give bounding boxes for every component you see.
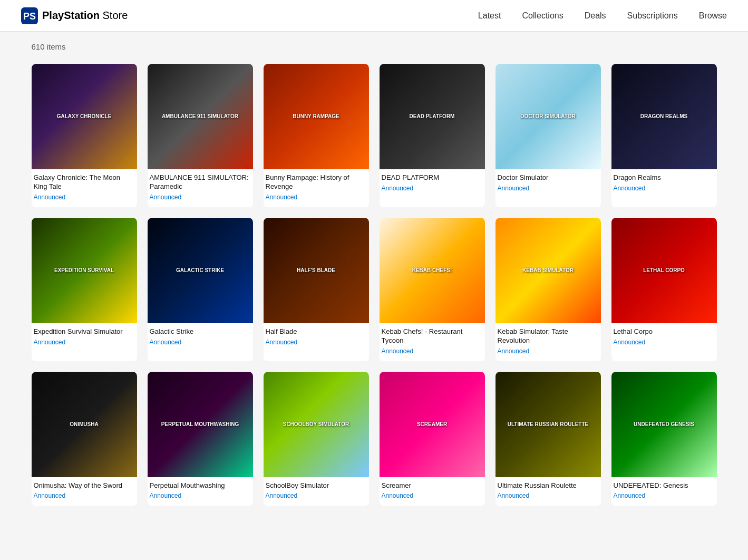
- game-title-dead-platform: DEAD PLATFORM: [382, 173, 483, 182]
- game-thumb-undefeated-genesis: UNDEFEATED GENESIS: [611, 372, 717, 477]
- game-thumb-expedition-survival: EXPEDITION SURVIVAL: [32, 218, 137, 323]
- game-thumb-galactic-strike: GALACTIC STRIKE: [148, 218, 253, 323]
- game-thumb-kebab-simulator: Kebab Simulator: [496, 218, 601, 323]
- nav-link-deals[interactable]: Deals: [585, 11, 606, 20]
- game-title-dragon-realms: Dragon Realms: [614, 173, 715, 182]
- game-card-half-blade[interactable]: HALF'S BLADEHalf BladeAnnounced: [264, 218, 369, 361]
- game-card-ambulance-911[interactable]: AMBULANCE 911 SIMULATORAMBULANCE 911 SIM…: [148, 64, 253, 207]
- game-status-onimusha: Announced: [34, 492, 135, 499]
- game-card-perpetual-mouthwashing[interactable]: PERPETUAL MOUTHWASHINGPerpetual Mouthwas…: [148, 372, 253, 506]
- game-thumb-ambulance-911: AMBULANCE 911 SIMULATOR: [148, 64, 253, 169]
- game-grid: Galaxy ChronicleGalaxy Chronicle: The Mo…: [32, 64, 717, 506]
- game-card-expedition-survival[interactable]: EXPEDITION SURVIVALExpedition Survival S…: [32, 218, 137, 361]
- game-card-kebab-chefs[interactable]: Kebab Chefs!Kebab Chefs! - Restaurant Ty…: [380, 218, 485, 361]
- game-status-expedition-survival: Announced: [34, 339, 135, 346]
- game-status-doctor-simulator: Announced: [498, 185, 599, 192]
- nav-item-browse[interactable]: Browse: [699, 11, 727, 21]
- game-thumb-onimusha: ONIMUSHA: [32, 372, 137, 477]
- game-thumb-dragon-realms: DRAGON REALMS: [611, 64, 717, 169]
- game-thumb-half-blade: HALF'S BLADE: [264, 218, 369, 323]
- main-nav: LatestCollectionsDealsSubscriptionsBrows…: [478, 11, 727, 21]
- game-thumb-bunny-rampage: BUNNY RAMPAGE: [264, 64, 369, 169]
- game-card-doctor-simulator[interactable]: DOCTOR SIMULATORDoctor SimulatorAnnounce…: [496, 64, 601, 207]
- game-status-screamer: Announced: [382, 492, 483, 499]
- game-title-expedition-survival: Expedition Survival Simulator: [34, 327, 135, 336]
- game-status-undefeated-genesis: Announced: [614, 492, 715, 499]
- game-status-half-blade: Announced: [266, 339, 367, 346]
- game-thumb-doctor-simulator: DOCTOR SIMULATOR: [496, 64, 601, 169]
- game-thumb-dead-platform: DEAD PLATFORM: [380, 64, 485, 169]
- game-status-ambulance-911: Announced: [150, 194, 251, 201]
- game-thumb-kebab-chefs: Kebab Chefs!: [380, 218, 485, 323]
- logo-text: PlayStation Store: [42, 9, 128, 22]
- nav-link-latest[interactable]: Latest: [478, 11, 501, 20]
- game-thumb-screamer: SCREAMER: [380, 372, 485, 477]
- game-thumb-schoolboy-simulator: SchoolBoy Simulator: [264, 372, 369, 477]
- nav-item-deals[interactable]: Deals: [585, 11, 606, 21]
- nav-item-subscriptions[interactable]: Subscriptions: [627, 11, 678, 21]
- game-title-screamer: Screamer: [382, 481, 483, 490]
- game-status-galactic-strike: Announced: [150, 339, 251, 346]
- game-card-dead-platform[interactable]: DEAD PLATFORMDEAD PLATFORMAnnounced: [380, 64, 485, 207]
- game-title-galactic-strike: Galactic Strike: [150, 327, 251, 336]
- nav-link-browse[interactable]: Browse: [699, 11, 727, 20]
- nav-item-collections[interactable]: Collections: [522, 11, 563, 21]
- game-status-dead-platform: Announced: [382, 185, 483, 192]
- game-status-kebab-chefs: Announced: [382, 347, 483, 355]
- game-status-bunny-rampage: Announced: [266, 194, 367, 201]
- game-title-schoolboy-simulator: SchoolBoy Simulator: [266, 481, 367, 490]
- game-thumb-lethal-corpo: LETHAL CORPO: [611, 218, 717, 323]
- game-title-lethal-corpo: Lethal Corpo: [614, 327, 715, 336]
- game-status-ultimate-russian-roulette: Announced: [498, 492, 599, 499]
- game-card-lethal-corpo[interactable]: LETHAL CORPOLethal CorpoAnnounced: [611, 218, 717, 361]
- header: PS PlayStation Store LatestCollectionsDe…: [0, 0, 748, 32]
- game-card-undefeated-genesis[interactable]: UNDEFEATED GENESISUNDEFEATED: GenesisAnn…: [611, 372, 717, 506]
- game-card-screamer[interactable]: SCREAMERScreamerAnnounced: [380, 372, 485, 506]
- game-title-perpetual-mouthwashing: Perpetual Mouthwashing: [150, 481, 251, 490]
- nav-link-subscriptions[interactable]: Subscriptions: [627, 11, 678, 20]
- game-thumb-galaxy-chronicle: Galaxy Chronicle: [32, 64, 137, 169]
- main-content: 610 items Galaxy ChronicleGalaxy Chronic…: [11, 32, 738, 527]
- game-card-ultimate-russian-roulette[interactable]: ULTIMATE RUSSIAN ROULETTEUltimate Russia…: [496, 372, 601, 506]
- game-card-dragon-realms[interactable]: DRAGON REALMSDragon RealmsAnnounced: [611, 64, 717, 207]
- game-card-galaxy-chronicle[interactable]: Galaxy ChronicleGalaxy Chronicle: The Mo…: [32, 64, 137, 207]
- game-thumb-perpetual-mouthwashing: PERPETUAL MOUTHWASHING: [148, 372, 253, 477]
- game-status-dragon-realms: Announced: [614, 185, 715, 192]
- game-title-kebab-simulator: Kebab Simulator: Taste Revolution: [498, 327, 599, 345]
- game-title-ambulance-911: AMBULANCE 911 SIMULATOR: Paramedic: [150, 173, 251, 191]
- playstation-logo-icon: PS: [21, 7, 38, 24]
- game-title-doctor-simulator: Doctor Simulator: [498, 173, 599, 182]
- game-card-kebab-simulator[interactable]: Kebab SimulatorKebab Simulator: Taste Re…: [496, 218, 601, 361]
- game-card-onimusha[interactable]: ONIMUSHAOnimusha: Way of the SwordAnnoun…: [32, 372, 137, 506]
- nav-item-latest[interactable]: Latest: [478, 11, 501, 21]
- nav-link-collections[interactable]: Collections: [522, 11, 563, 20]
- game-card-bunny-rampage[interactable]: BUNNY RAMPAGEBunny Rampage: History of R…: [264, 64, 369, 207]
- game-status-perpetual-mouthwashing: Announced: [150, 492, 251, 499]
- game-card-schoolboy-simulator[interactable]: SchoolBoy SimulatorSchoolBoy SimulatorAn…: [264, 372, 369, 506]
- logo[interactable]: PS PlayStation Store: [21, 7, 128, 24]
- game-thumb-ultimate-russian-roulette: ULTIMATE RUSSIAN ROULETTE: [496, 372, 601, 477]
- game-title-kebab-chefs: Kebab Chefs! - Restaurant Tycoon: [382, 327, 483, 345]
- game-status-lethal-corpo: Announced: [614, 339, 715, 346]
- game-title-onimusha: Onimusha: Way of the Sword: [34, 481, 135, 490]
- item-count: 610 items: [32, 42, 717, 51]
- game-title-galaxy-chronicle: Galaxy Chronicle: The Moon King Tale: [34, 173, 135, 191]
- game-title-half-blade: Half Blade: [266, 327, 367, 336]
- game-card-galactic-strike[interactable]: GALACTIC STRIKEGalactic StrikeAnnounced: [148, 218, 253, 361]
- svg-text:PS: PS: [23, 11, 36, 22]
- game-status-schoolboy-simulator: Announced: [266, 492, 367, 499]
- game-status-galaxy-chronicle: Announced: [34, 194, 135, 201]
- game-title-bunny-rampage: Bunny Rampage: History of Revenge: [266, 173, 367, 191]
- game-title-ultimate-russian-roulette: Ultimate Russian Roulette: [498, 481, 599, 490]
- game-title-undefeated-genesis: UNDEFEATED: Genesis: [614, 481, 715, 490]
- game-status-kebab-simulator: Announced: [498, 347, 599, 355]
